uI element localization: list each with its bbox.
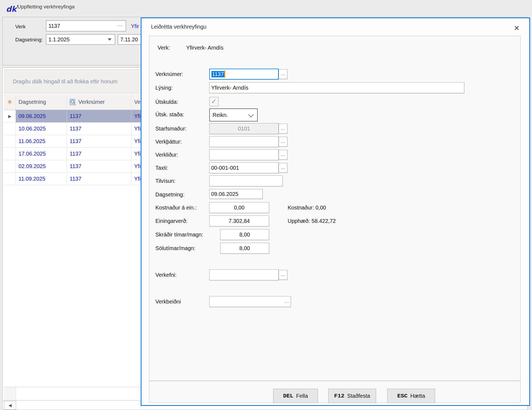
scroll-left-button[interactable]: ◀ bbox=[4, 401, 16, 410]
tilvisun-input[interactable] bbox=[209, 175, 283, 186]
cell-verknumer[interactable]: 1137 bbox=[67, 173, 131, 185]
verklidur-input[interactable] bbox=[209, 149, 279, 160]
chevron-down-icon bbox=[248, 112, 254, 117]
utsk-stada-select[interactable]: Reikn. bbox=[209, 108, 258, 122]
solutimar-label: Sölutímar/magn: bbox=[155, 242, 195, 254]
cell-verknumer[interactable]: 1137 bbox=[67, 148, 131, 160]
verk-lookup-dots[interactable]: ... bbox=[117, 22, 123, 28]
verk-summary-value: Yfirverk- Arndís bbox=[186, 45, 223, 51]
row-marker bbox=[4, 173, 16, 185]
verk-label: Verk bbox=[15, 24, 26, 30]
verkthattur-label: Verkþáttur: bbox=[155, 136, 182, 148]
verkthattur-input[interactable] bbox=[209, 136, 279, 147]
text-caret bbox=[224, 71, 225, 78]
verknumer-lookup-button[interactable]: ... bbox=[279, 69, 287, 79]
column-header-verknumer[interactable]: Verknúmer bbox=[67, 94, 131, 110]
cell-dagsetning[interactable]: 17.06.2025 bbox=[16, 148, 67, 160]
verk-summary: Verk: Yfirverk- Arndís bbox=[158, 45, 223, 51]
einingarverd-label: Einingarverð: bbox=[155, 215, 187, 227]
row-marker bbox=[4, 123, 16, 135]
skradir-timar-input[interactable]: 8,00 bbox=[220, 229, 269, 240]
verknumer-input[interactable]: 1137 bbox=[209, 69, 279, 80]
dialog-title: Leiðrétta verkhreyfingu bbox=[151, 24, 206, 30]
verkefni-label: Verkefni: bbox=[155, 269, 177, 281]
starfsmadur-input: 0101 bbox=[209, 123, 279, 134]
verknumer-label: Verknúmer: bbox=[155, 68, 183, 80]
row-marker: ▶ bbox=[4, 110, 16, 122]
lysing-input[interactable]: Yfirverk- Arndís bbox=[209, 82, 464, 93]
kostnadur-a-ein-label: Kostnaður á ein.: bbox=[155, 202, 196, 214]
verklidur-lookup-button[interactable]: ... bbox=[279, 150, 287, 160]
verk-input[interactable]: 1137 ... bbox=[46, 20, 126, 31]
date-from-combo[interactable]: 1.1.2025 bbox=[46, 34, 115, 45]
app-window: dkʼ Uppfletting verkhreyfinga Verk 1137 … bbox=[0, 0, 532, 410]
stadfesta-button[interactable]: F12 Staðfesta bbox=[328, 389, 376, 403]
sun-icon: ✳ bbox=[7, 99, 12, 105]
dk-logo-icon: dkʼ bbox=[6, 2, 17, 13]
kostnadur-a-ein-input[interactable]: 0,00 bbox=[209, 202, 269, 213]
checkmark-icon: ✓ bbox=[211, 97, 217, 105]
taxti-lookup-button[interactable]: ... bbox=[279, 163, 287, 173]
skradir-timar-label: Skráðir tímar/magn: bbox=[155, 229, 203, 241]
verk-summary-label: Verk: bbox=[158, 45, 185, 51]
dialog-button-bar: DEL Fella F12 Staðfesta ESC Hætta bbox=[149, 381, 521, 403]
cell-verknumer[interactable]: 1137 bbox=[67, 160, 131, 172]
row-marker bbox=[4, 160, 16, 172]
close-icon[interactable]: ✕ bbox=[512, 23, 522, 33]
utskulda-checkbox[interactable]: ✓ bbox=[209, 97, 219, 106]
verkbeidni-label: Verkbeiðni bbox=[155, 296, 181, 308]
haetta-button[interactable]: ESC Hætta bbox=[387, 389, 435, 403]
lookup-column-icon bbox=[70, 99, 76, 105]
scroll-left-icon: ◀ bbox=[8, 403, 12, 408]
fella-button[interactable]: DEL Fella bbox=[273, 389, 318, 403]
row-marker bbox=[4, 135, 16, 147]
grid-footer-stub bbox=[4, 387, 16, 400]
dagsetning-field-label: Dagsetning: bbox=[155, 189, 184, 201]
grid-header-indicator: ✳ bbox=[4, 94, 16, 110]
verklidur-label: Verkliður: bbox=[155, 149, 178, 161]
edit-work-movement-dialog: Leiðrétta verkhreyfingu ✕ Verk: Yfirverk… bbox=[141, 17, 530, 406]
cell-dagsetning[interactable]: 02.09.2025 bbox=[16, 160, 67, 172]
verk-name-text: Yfir bbox=[131, 23, 139, 29]
taxti-label: Taxti: bbox=[155, 162, 168, 174]
date-from-dropdown-arrow[interactable] bbox=[108, 38, 112, 41]
utskulda-label: Útskulda: bbox=[155, 96, 178, 108]
cell-dagsetning[interactable]: 09.06.2025 bbox=[16, 110, 67, 122]
row-marker bbox=[4, 148, 16, 160]
cell-dagsetning[interactable]: 11.06.2025 bbox=[16, 135, 67, 147]
taxti-input[interactable]: 00-001-001 bbox=[209, 162, 279, 173]
verkefni-lookup-button[interactable]: ... bbox=[279, 270, 287, 280]
dialog-form-panel: Verk: Yfirverk- Arndís Verknúmer: 1137 .… bbox=[149, 36, 521, 381]
einingarverd-input[interactable]: 7.302,84 bbox=[209, 215, 269, 226]
column-header-dagsetning[interactable]: Dagsetning bbox=[16, 94, 67, 110]
tilvisun-label: Tilvísun: bbox=[155, 175, 176, 187]
upphaed-total-text: Upphæð: 58.422,72 bbox=[288, 215, 336, 227]
window-titlebar: dkʼ Uppfletting verkhreyfinga bbox=[0, 0, 532, 15]
cell-verknumer[interactable]: 1137 bbox=[67, 135, 131, 147]
group-by-hint: Dragðu dálk hingað til að flokka eftir h… bbox=[13, 78, 118, 85]
cell-verknumer[interactable]: 1137 bbox=[67, 123, 131, 135]
cell-dagsetning[interactable]: 11.09.2025 bbox=[16, 173, 67, 185]
verkthattur-lookup-button[interactable]: ... bbox=[279, 137, 287, 147]
starfsmadur-label: Starfsmaður: bbox=[155, 123, 186, 135]
window-title: Uppfletting verkhreyfinga bbox=[17, 4, 75, 10]
cell-dagsetning[interactable]: 10.06.2025 bbox=[16, 123, 67, 135]
dagsetning-label: Dagsetning: bbox=[15, 37, 43, 43]
verkbeidni-input[interactable]: ... bbox=[209, 296, 291, 307]
dagsetning-input[interactable]: 09.06.2025 bbox=[209, 189, 263, 199]
kostnadur-total-text: Kostnaður: 0,00 bbox=[288, 202, 326, 214]
solutimar-input[interactable]: 8,00 bbox=[220, 243, 269, 254]
verkbeidni-lookup-dots[interactable]: ... bbox=[285, 299, 289, 304]
utsk-stada-label: Útsk. staða: bbox=[155, 108, 184, 120]
starfsmadur-lookup-button[interactable]: ... bbox=[279, 124, 287, 133]
verkefni-input[interactable] bbox=[209, 269, 279, 280]
lysing-label: Lýsing: bbox=[155, 82, 173, 94]
cell-verknumer[interactable]: 1137 bbox=[67, 110, 131, 122]
